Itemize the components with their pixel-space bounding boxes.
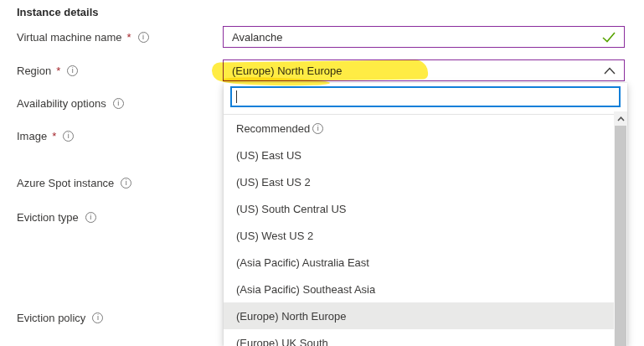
scroll-up-arrow-icon xyxy=(617,116,625,121)
vm-name-input[interactable]: Avalanche xyxy=(223,26,625,48)
required-marker: * xyxy=(127,31,131,44)
region-option-selected[interactable]: (Europe) North Europe xyxy=(224,302,614,329)
region-group-header: Recommended i xyxy=(224,115,614,142)
required-marker: * xyxy=(56,65,60,77)
dropdown-scrollbar[interactable] xyxy=(614,111,627,346)
info-icon[interactable]: i xyxy=(92,312,103,323)
scrollbar-up-button[interactable] xyxy=(614,111,627,126)
info-icon[interactable]: i xyxy=(85,212,96,223)
vm-name-value: Avalanche xyxy=(232,31,595,44)
scrollbar-thumb[interactable] xyxy=(615,126,626,346)
region-search-input[interactable] xyxy=(230,86,621,107)
azure-spot-instance-label: Azure Spot instance i xyxy=(17,177,131,189)
region-option[interactable]: (US) South Central US xyxy=(224,195,614,222)
vm-name-label: Virtual machine name* i xyxy=(17,31,149,44)
region-option[interactable]: (US) East US xyxy=(224,142,614,168)
region-option[interactable]: (Europe) UK South xyxy=(224,329,614,346)
section-title: Instance details xyxy=(17,6,99,18)
availability-options-label: Availability options i xyxy=(17,97,124,110)
region-option[interactable]: (US) East US 2 xyxy=(224,168,614,195)
region-dropdown-flyout: Recommended i (US) East US (US) East US … xyxy=(224,83,627,346)
region-option[interactable]: (Asia Pacific) Australia East xyxy=(224,249,614,276)
required-marker: * xyxy=(52,130,56,142)
info-icon[interactable]: i xyxy=(138,32,149,43)
region-option[interactable]: (US) West US 2 xyxy=(224,222,614,249)
info-icon[interactable]: i xyxy=(312,123,323,134)
info-icon[interactable]: i xyxy=(121,178,131,188)
chevron-up-icon[interactable] xyxy=(604,67,616,75)
eviction-policy-label: Eviction policy i xyxy=(17,312,103,324)
image-label: Image* i xyxy=(17,130,74,142)
info-icon[interactable]: i xyxy=(113,98,124,109)
info-icon[interactable]: i xyxy=(63,131,74,142)
region-list: Recommended i (US) East US (US) East US … xyxy=(224,114,627,346)
region-option[interactable]: (Asia Pacific) Southeast Asia xyxy=(224,276,614,302)
valid-check-icon xyxy=(602,32,616,43)
instance-details-form: Instance details Virtual machine name* i… xyxy=(0,0,644,346)
text-cursor xyxy=(236,90,237,103)
region-combobox[interactable]: (Europe) North Europe xyxy=(223,59,625,81)
region-selected-value: (Europe) North Europe xyxy=(232,65,597,77)
region-label: Region* i xyxy=(17,65,78,77)
info-icon[interactable]: i xyxy=(67,65,78,76)
eviction-type-label: Eviction type i xyxy=(17,211,96,224)
